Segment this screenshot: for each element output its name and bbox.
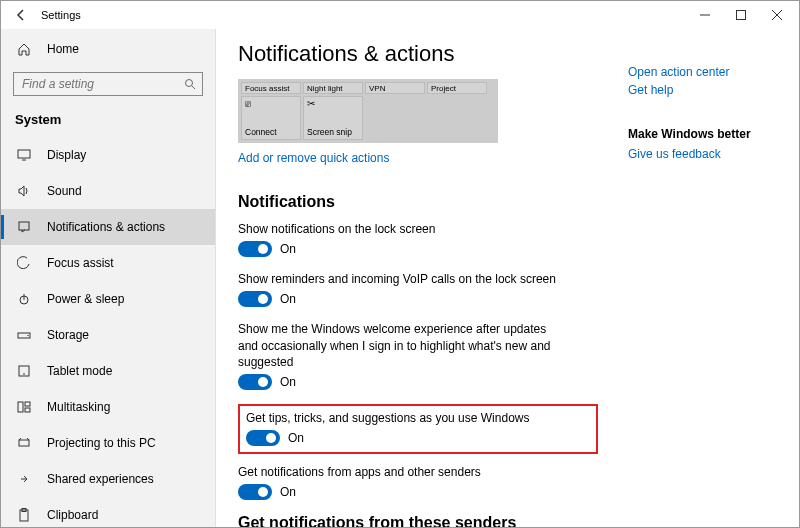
- notifications-icon: [15, 221, 33, 233]
- sidebar-item-home[interactable]: Home: [1, 35, 215, 64]
- sidebar: Home System Display Sound Notifications: [1, 29, 216, 527]
- svg-rect-1: [737, 11, 746, 20]
- sidebar-item-label: Clipboard: [47, 508, 98, 522]
- sidebar-item-sound[interactable]: Sound: [1, 173, 215, 209]
- projecting-icon: [15, 437, 33, 449]
- svg-rect-18: [19, 440, 29, 446]
- subhead-senders: Get notifications from these senders: [238, 514, 598, 527]
- setting-label: Show notifications on the lock screen: [238, 221, 558, 237]
- subhead-notifications: Notifications: [238, 193, 598, 211]
- toggle-switch[interactable]: [238, 374, 272, 390]
- toggle-state: On: [280, 375, 296, 389]
- sidebar-item-label: Shared experiences: [47, 472, 154, 486]
- maximize-button[interactable]: [723, 3, 759, 27]
- sidebar-item-shared-experiences[interactable]: Shared experiences: [1, 461, 215, 497]
- sidebar-item-label: Notifications & actions: [47, 220, 165, 234]
- home-icon: [15, 42, 33, 56]
- toggle-state: On: [280, 242, 296, 256]
- toggle-switch[interactable]: [246, 430, 280, 446]
- setting-tips-tricks: Get tips, tricks, and suggestions as you…: [246, 410, 590, 446]
- svg-rect-17: [25, 408, 30, 412]
- sidebar-item-label: Power & sleep: [47, 292, 124, 306]
- minimize-button[interactable]: [687, 3, 723, 27]
- sidebar-item-label: Sound: [47, 184, 82, 198]
- add-remove-qa-link[interactable]: Add or remove quick actions: [238, 151, 389, 165]
- setting-lock-screen-notifications: Show notifications on the lock screen On: [238, 221, 598, 257]
- sidebar-item-label: Projecting to this PC: [47, 436, 156, 450]
- toggle-switch[interactable]: [238, 291, 272, 307]
- toggle-state: On: [288, 431, 304, 445]
- qa-tile[interactable]: Night light: [303, 82, 363, 94]
- sound-icon: [15, 185, 33, 197]
- sidebar-item-label: Multitasking: [47, 400, 110, 414]
- sidebar-item-projecting[interactable]: Projecting to this PC: [1, 425, 215, 461]
- display-icon: [15, 149, 33, 161]
- get-help-link[interactable]: Get help: [628, 83, 779, 97]
- setting-label: Get notifications from apps and other se…: [238, 464, 558, 480]
- snip-icon: ✂: [307, 99, 359, 109]
- window-title: Settings: [41, 9, 81, 21]
- toggle-state: On: [280, 292, 296, 306]
- aside-heading: Make Windows better: [628, 127, 779, 141]
- page-title: Notifications & actions: [238, 41, 598, 67]
- main-content: Notifications & actions Focus assist Nig…: [238, 41, 598, 527]
- close-button[interactable]: [759, 3, 795, 27]
- sidebar-item-label: Display: [47, 148, 86, 162]
- tablet-icon: [15, 365, 33, 377]
- storage-icon: [15, 329, 33, 341]
- qa-tile-screen-snip[interactable]: ✂Screen snip: [303, 96, 363, 140]
- feedback-link[interactable]: Give us feedback: [628, 147, 779, 161]
- search-box[interactable]: [13, 72, 203, 96]
- home-label: Home: [47, 42, 79, 56]
- setting-label: Get tips, tricks, and suggestions as you…: [246, 410, 566, 426]
- svg-rect-8: [19, 222, 29, 230]
- connect-icon: ⎚: [245, 99, 297, 109]
- svg-point-4: [186, 79, 193, 86]
- shared-icon: [15, 473, 33, 485]
- sidebar-item-notifications[interactable]: Notifications & actions: [1, 209, 215, 245]
- back-button[interactable]: [11, 4, 33, 26]
- qa-tile[interactable]: Focus assist: [241, 82, 301, 94]
- sidebar-item-clipboard[interactable]: Clipboard: [1, 497, 215, 527]
- setting-voip-reminders: Show reminders and incoming VoIP calls o…: [238, 271, 598, 307]
- clipboard-icon: [15, 508, 33, 522]
- sidebar-item-label: Tablet mode: [47, 364, 112, 378]
- multitasking-icon: [15, 401, 33, 413]
- open-action-center-link[interactable]: Open action center: [628, 65, 779, 79]
- quick-actions-grid: Focus assist Night light VPN Project ⎚Co…: [238, 79, 498, 143]
- aside: Open action center Get help Make Windows…: [598, 41, 779, 527]
- titlebar: Settings: [1, 1, 799, 29]
- svg-point-12: [27, 334, 28, 335]
- qa-tile[interactable]: Project: [427, 82, 487, 94]
- qa-tile[interactable]: VPN: [365, 82, 425, 94]
- toggle-switch[interactable]: [238, 484, 272, 500]
- sidebar-item-display[interactable]: Display: [1, 137, 215, 173]
- setting-app-notifications: Get notifications from apps and other se…: [238, 464, 598, 500]
- focus-assist-icon: [15, 256, 33, 270]
- sidebar-item-multitasking[interactable]: Multitasking: [1, 389, 215, 425]
- power-icon: [15, 292, 33, 306]
- sidebar-item-focus-assist[interactable]: Focus assist: [1, 245, 215, 281]
- toggle-switch[interactable]: [238, 241, 272, 257]
- svg-line-5: [192, 86, 195, 89]
- svg-rect-16: [25, 402, 30, 406]
- svg-rect-6: [18, 150, 30, 158]
- highlighted-setting: Get tips, tricks, and suggestions as you…: [238, 404, 598, 454]
- setting-label: Show me the Windows welcome experience a…: [238, 321, 558, 370]
- search-icon: [184, 78, 196, 90]
- toggle-state: On: [280, 485, 296, 499]
- search-input[interactable]: [22, 77, 184, 91]
- sidebar-section: System: [1, 106, 215, 137]
- sidebar-item-tablet-mode[interactable]: Tablet mode: [1, 353, 215, 389]
- sidebar-item-label: Focus assist: [47, 256, 114, 270]
- qa-tile-connect[interactable]: ⎚Connect: [241, 96, 301, 140]
- sidebar-item-power-sleep[interactable]: Power & sleep: [1, 281, 215, 317]
- sidebar-item-storage[interactable]: Storage: [1, 317, 215, 353]
- sidebar-item-label: Storage: [47, 328, 89, 342]
- setting-welcome-experience: Show me the Windows welcome experience a…: [238, 321, 598, 390]
- svg-rect-15: [18, 402, 23, 412]
- setting-label: Show reminders and incoming VoIP calls o…: [238, 271, 558, 287]
